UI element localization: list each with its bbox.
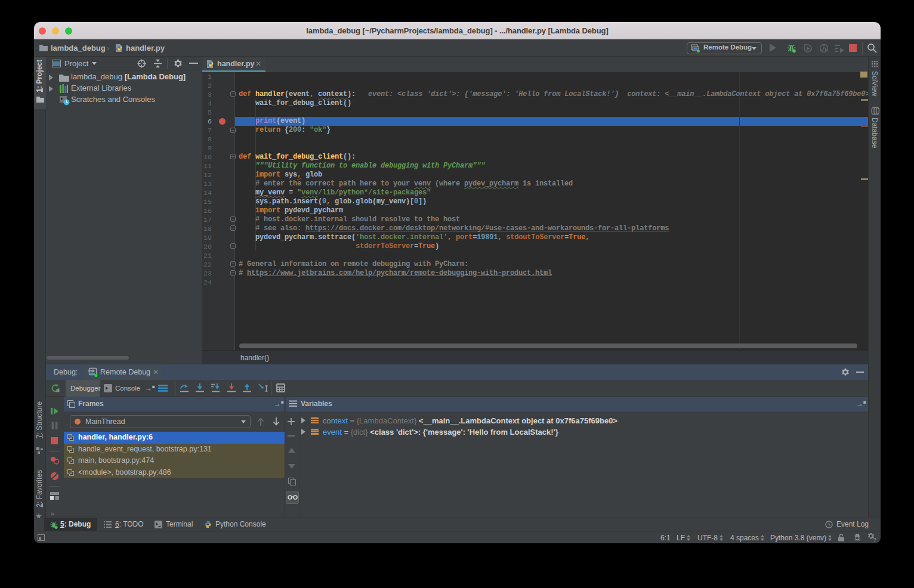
svg-text:?: ? <box>873 537 877 542</box>
